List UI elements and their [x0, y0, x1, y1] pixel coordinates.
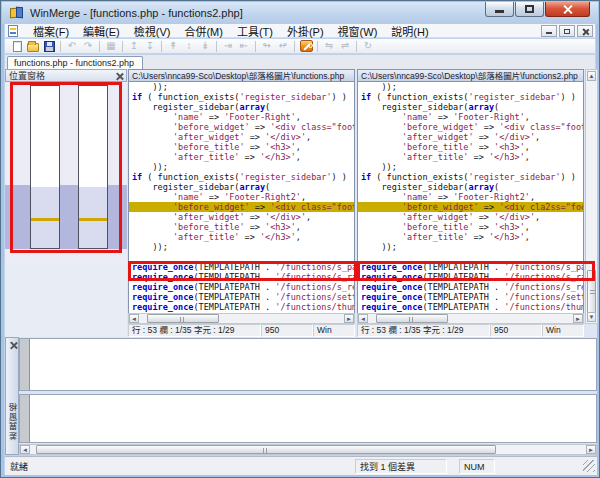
code-line[interactable]: if ( function_exists('register_sidebar')…	[361, 172, 583, 182]
left-file-path-header[interactable]: C:\Users\nnca99-Sco\Desktop\部落格圖片\functi…	[128, 69, 355, 82]
maximize-button[interactable]	[515, 2, 544, 17]
diff-pane-top-gutter	[20, 339, 30, 390]
code-line[interactable]: 'after_title' => '</h3>',	[361, 232, 583, 242]
code-line[interactable]: require_once(TEMPLATEPATH . '/functions/…	[361, 262, 583, 272]
code-line[interactable]: 'before_widget' => '<div class="footer-w…	[132, 122, 354, 132]
code-line[interactable]: require_once(TEMPLATEPATH . '/functions/…	[132, 262, 354, 272]
mdi-restore-button[interactable]	[559, 25, 575, 37]
mdi-minimize-button[interactable]	[541, 25, 557, 37]
code-line[interactable]: ));	[132, 242, 354, 252]
diff-pane-close-icon[interactable]	[9, 341, 17, 349]
scroll-left-icon[interactable]: ◄	[358, 314, 368, 323]
scroll-right-icon[interactable]: ►	[586, 445, 596, 454]
menu-window[interactable]: 視窗(W)	[331, 26, 385, 38]
code-line[interactable]: ));	[132, 82, 354, 92]
code-line[interactable]: 'after_widget' => '</div>',	[361, 212, 583, 222]
code-line[interactable]: 'before_title' => '<h3>',	[361, 142, 583, 152]
code-line[interactable]: 'name' => 'Footer-Right2',	[361, 192, 583, 202]
toolbar-separator	[294, 41, 295, 52]
left-scroll-thumb[interactable]	[147, 314, 219, 323]
diff-pane: 差異窗格 ◄ ►	[5, 337, 597, 455]
code-line[interactable]: require_once(TEMPLATEPATH . '/functions/…	[132, 302, 354, 312]
right-horizontal-scrollbar[interactable]: ◄ ►	[357, 313, 584, 324]
scroll-right-icon[interactable]: ►	[573, 314, 583, 323]
code-line[interactable]: if ( function_exists('register_sidebar')…	[132, 172, 354, 182]
code-line[interactable]: require_once(TEMPLATEPATH . '/functions/…	[132, 282, 354, 292]
menu-tools[interactable]: 工具(T)	[230, 26, 280, 38]
code-line[interactable]: require_once(TEMPLATEPATH . '/functions/…	[132, 272, 354, 282]
diff-pane-top-view[interactable]	[19, 338, 597, 391]
code-line[interactable]: register_sidebar(array(	[132, 182, 354, 192]
diff-scroll-thumb[interactable]	[36, 445, 496, 454]
code-line[interactable]: register_sidebar(array(	[132, 102, 354, 112]
mdi-close-button[interactable]	[577, 25, 593, 37]
code-line[interactable]: 'after_widget' => '</div>',	[132, 132, 354, 142]
selected-diff-line[interactable]: 'before_widget' => '<div cla2ss="footer-…	[358, 202, 583, 212]
close-button[interactable]	[545, 2, 590, 17]
code-line[interactable]: 'after_title' => '</h3>',	[132, 152, 354, 162]
left-caret-position: 行 : 53 欄 : 1/35 字元 : 1/29	[128, 324, 261, 337]
right-scroll-thumb[interactable]	[376, 314, 448, 323]
code-line[interactable]: 'name' => 'Footer-Right2',	[132, 192, 354, 202]
vertical-scrollbar[interactable]: ▲ ▼	[585, 69, 598, 324]
compare-tab[interactable]: functions.php - functions2.php	[7, 56, 143, 69]
open-button[interactable]	[25, 40, 41, 53]
code-line[interactable]: require_once(TEMPLATEPATH . '/functions/…	[132, 292, 354, 302]
menu-view[interactable]: 檢視(V)	[127, 26, 178, 38]
menu-plugins[interactable]: 外掛(P)	[280, 26, 331, 38]
code-line[interactable]: ));	[361, 162, 583, 172]
code-line[interactable]: require_once(TEMPLATEPATH . '/functions/…	[361, 282, 583, 292]
scroll-left-icon[interactable]: ◄	[129, 314, 139, 323]
code-line[interactable]: 'before_title' => '<h3>',	[132, 142, 354, 152]
location-pane-close-icon[interactable]	[115, 72, 123, 80]
scroll-left-icon[interactable]: ◄	[20, 445, 30, 454]
code-line[interactable]: 'after_widget' => '</div>',	[361, 132, 583, 142]
code-line[interactable]: if ( function_exists('register_sidebar')…	[361, 92, 583, 102]
new-button[interactable]	[9, 40, 25, 53]
copy-left-advance-button: ↫	[275, 40, 291, 53]
code-line[interactable]	[132, 252, 354, 262]
diff-pane-bottom-view[interactable]	[19, 394, 597, 443]
code-line[interactable]: 'after_title' => '</h3>',	[361, 152, 583, 162]
code-line[interactable]: register_sidebar(array(	[361, 182, 583, 192]
code-line[interactable]: ));	[132, 162, 354, 172]
vertical-scroll-thumb[interactable]	[587, 270, 596, 315]
diff-horizontal-scrollbar[interactable]: ◄ ►	[19, 444, 597, 455]
code-line[interactable]: ));	[361, 242, 583, 252]
selected-diff-line[interactable]: 'before_widget' => '<div class="footer-w…	[129, 202, 354, 212]
code-line[interactable]: 'after_title' => '</h3>',	[132, 232, 354, 242]
scroll-down-icon[interactable]: ▼	[587, 312, 596, 322]
scroll-up-icon[interactable]: ▲	[587, 71, 596, 81]
code-line[interactable]: 'name' => 'Footer-Right',	[361, 112, 583, 122]
code-line[interactable]: 'before_title' => '<h3>',	[132, 222, 354, 232]
code-line[interactable]: require_once(TEMPLATEPATH . '/functions/…	[361, 272, 583, 282]
code-line[interactable]	[361, 252, 583, 262]
code-line[interactable]: 'name' => 'Footer-Right',	[132, 112, 354, 122]
plugins-button[interactable]	[298, 40, 314, 53]
right-code-editor[interactable]: ));if ( function_exists('register_sideba…	[357, 82, 584, 313]
code-line[interactable]: register_sidebar(array(	[361, 102, 583, 112]
code-line[interactable]: 'before_widget' => '<div class="footer-w…	[361, 122, 583, 132]
left-code-editor[interactable]: ));if ( function_exists('register_sideba…	[128, 82, 355, 313]
save-floppy-icon	[44, 41, 55, 52]
save-button[interactable]	[41, 40, 57, 53]
location-pane-map[interactable]	[5, 82, 127, 264]
scroll-right-icon[interactable]: ►	[344, 314, 354, 323]
right-file-path-header[interactable]: C:\Users\nnca99-Sco\Desktop\部落格圖片\functi…	[357, 69, 584, 82]
menu-help[interactable]: 說明(H)	[384, 26, 435, 38]
code-line[interactable]: ));	[361, 82, 583, 92]
location-pane-titlebar: 位置窗格	[5, 69, 127, 82]
menu-file[interactable]: 檔案(F)	[26, 26, 76, 38]
menu-merge[interactable]: 合併(M)	[177, 26, 230, 38]
code-line[interactable]: 'after_widget' => '</div>',	[132, 212, 354, 222]
code-line[interactable]: 'before_title' => '<h3>',	[361, 222, 583, 232]
minimize-button[interactable]	[485, 2, 514, 17]
menu-edit[interactable]: 編輯(E)	[76, 26, 127, 38]
code-line[interactable]: require_once(TEMPLATEPATH . '/functions/…	[361, 302, 583, 312]
code-line[interactable]: require_once(TEMPLATEPATH . '/functions/…	[361, 292, 583, 302]
document-icon[interactable]	[8, 25, 18, 37]
left-horizontal-scrollbar[interactable]: ◄ ►	[128, 313, 355, 324]
right-file-panel: C:\Users\nnca99-Sco\Desktop\部落格圖片\functi…	[357, 69, 584, 337]
code-line[interactable]: if ( function_exists('register_sidebar')…	[132, 92, 354, 102]
resize-grip[interactable]	[583, 460, 595, 472]
